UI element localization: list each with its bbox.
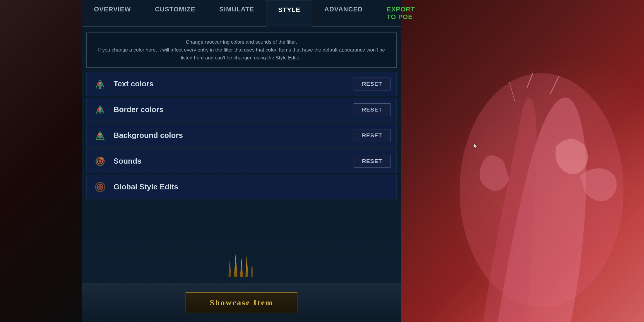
background-colors-icon bbox=[93, 128, 108, 143]
svg-point-21 bbox=[101, 135, 102, 136]
svg-point-25 bbox=[100, 158, 102, 160]
mouse-cursor bbox=[474, 143, 477, 149]
decoration-area bbox=[82, 260, 401, 283]
svg-point-10 bbox=[98, 83, 100, 85]
svg-marker-38 bbox=[251, 261, 253, 277]
border-colors-row[interactable]: Border colors RESET bbox=[86, 98, 397, 122]
svg-marker-36 bbox=[245, 255, 248, 277]
border-colors-label: Border colors bbox=[114, 105, 354, 114]
tab-customize[interactable]: CUSTOMIZE bbox=[143, 0, 207, 26]
svg-point-29 bbox=[98, 185, 102, 189]
svg-point-15 bbox=[98, 109, 100, 111]
showcase-item-button[interactable]: Showcase Item bbox=[186, 292, 297, 313]
svg-marker-34 bbox=[234, 254, 237, 277]
svg-point-16 bbox=[101, 109, 102, 111]
text-colors-icon bbox=[93, 76, 108, 92]
left-sidebar: Please consider supporting us by disabli… bbox=[0, 0, 82, 322]
gold-arrows-svg bbox=[212, 254, 271, 283]
svg-point-31 bbox=[102, 186, 103, 188]
svg-rect-8 bbox=[99, 87, 101, 89]
background-colors-row[interactable]: Background colors RESET bbox=[86, 124, 397, 148]
info-box: Change reoccurring colors and sounds of … bbox=[86, 32, 397, 68]
text-colors-reset-button[interactable]: RESET bbox=[354, 78, 390, 90]
main-content: OVERVIEW CUSTOMIZE SIMULATE STYLE ADVANC… bbox=[82, 0, 401, 322]
sounds-label: Sounds bbox=[114, 157, 354, 166]
border-colors-icon bbox=[93, 102, 108, 117]
svg-point-24 bbox=[99, 160, 102, 163]
svg-marker-37 bbox=[228, 260, 231, 277]
svg-point-30 bbox=[100, 184, 101, 185]
border-colors-reset-button[interactable]: RESET bbox=[354, 103, 390, 116]
style-rows: Text colors RESET Border colors RESET bbox=[82, 72, 401, 199]
global-style-label: Global Style Edits bbox=[114, 182, 390, 191]
info-line3: listed here and can't be changed using t… bbox=[94, 54, 389, 62]
global-style-edits-row[interactable]: Global Style Edits bbox=[86, 175, 397, 199]
tab-simulate[interactable]: SIMULATE bbox=[207, 0, 266, 26]
info-line2: If you change a color here, it will affe… bbox=[94, 46, 389, 54]
svg-point-11 bbox=[101, 83, 102, 85]
tab-export[interactable]: EXPORT TO POE bbox=[375, 0, 427, 26]
nav-tabs: OVERVIEW CUSTOMIZE SIMULATE STYLE ADVANC… bbox=[82, 0, 401, 27]
tab-overview[interactable]: OVERVIEW bbox=[82, 0, 143, 26]
svg-marker-35 bbox=[240, 258, 243, 277]
background-colors-reset-button[interactable]: RESET bbox=[354, 129, 390, 142]
showcase-area: Showcase Item bbox=[82, 283, 401, 322]
background-colors-label: Background colors bbox=[114, 131, 354, 140]
global-style-icon bbox=[93, 179, 108, 195]
text-colors-row[interactable]: Text colors RESET bbox=[86, 72, 397, 96]
showcase-button-label: Showcase Item bbox=[210, 298, 273, 307]
text-colors-label: Text colors bbox=[114, 79, 354, 88]
svg-point-32 bbox=[100, 189, 101, 190]
info-line1: Change reoccurring colors and sounds of … bbox=[94, 38, 389, 46]
sounds-reset-button[interactable]: RESET bbox=[354, 155, 390, 168]
svg-point-20 bbox=[98, 135, 100, 136]
tab-style[interactable]: STYLE bbox=[266, 1, 312, 27]
art-figure bbox=[439, 59, 644, 322]
tab-advanced[interactable]: ADVANCED bbox=[312, 0, 375, 26]
svg-point-33 bbox=[97, 186, 98, 188]
sounds-icon bbox=[93, 154, 108, 169]
svg-point-26 bbox=[102, 160, 104, 162]
sounds-row[interactable]: Sounds RESET bbox=[86, 149, 397, 173]
content-spacer bbox=[82, 199, 401, 260]
